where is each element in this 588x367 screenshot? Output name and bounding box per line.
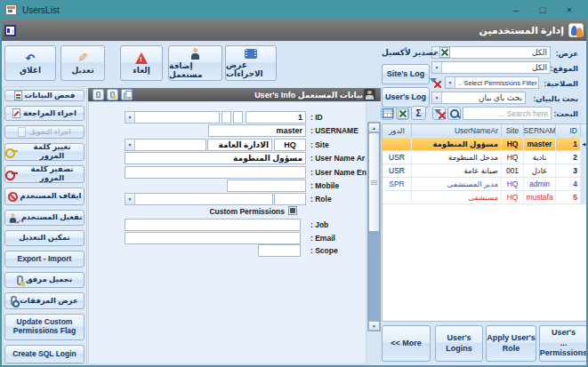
- export-grid-excel-button[interactable]: [396, 107, 409, 120]
- site-label: : Site: [310, 140, 329, 149]
- pencil-icon: ✎: [77, 52, 88, 64]
- clear-permission-filter-icon[interactable]: [429, 77, 440, 88]
- clear-search-filter-button[interactable]: [432, 107, 446, 120]
- role-code-field[interactable]: [274, 193, 306, 205]
- site-combo[interactable]: ▼: [125, 139, 206, 151]
- sidebar-item-audit[interactable]: اجراء المراجعة: [4, 106, 85, 121]
- id-field[interactable]: 1: [246, 111, 306, 124]
- search-grid-button[interactable]: [447, 107, 461, 120]
- chevron-down-icon[interactable]: ▼: [432, 92, 442, 103]
- chevron-down-icon[interactable]: ▼: [432, 62, 442, 73]
- more-button[interactable]: << More: [382, 325, 431, 362]
- show-procedures-label: عرض الاجراءآت: [226, 60, 276, 78]
- id-aux-field-2[interactable]: [222, 111, 231, 124]
- chevron-down-icon[interactable]: ▼: [125, 112, 135, 123]
- sidebar-item-activate-user[interactable]: ✔ تفعيل المستخدم: [4, 210, 85, 226]
- search-input[interactable]: [463, 107, 552, 120]
- copy-icon[interactable]: [121, 89, 133, 100]
- cell-role: SPR: [383, 178, 412, 190]
- apply-users-role-button[interactable]: Apply User's Role: [486, 325, 536, 362]
- col-site[interactable]: Site: [502, 124, 524, 137]
- column-chooser-button[interactable]: [381, 107, 394, 120]
- titlebar[interactable]: UsersList – □ ×: [0, 0, 588, 20]
- sidebar-item-export-import[interactable]: Export - Import: [4, 251, 85, 267]
- cell-id: 3: [556, 164, 581, 177]
- app-window: UsersList – □ × إدارة المستخدمين ↶ اغلاق…: [0, 0, 588, 367]
- id-aux-field-1[interactable]: [233, 111, 243, 124]
- table-row[interactable]: SPR مدير المستشفى HQ admin 4: [383, 178, 587, 191]
- sigma-button[interactable]: Σ: [411, 106, 426, 120]
- table-row[interactable]: مسؤول المنظومة HQ master 1 ◀: [383, 138, 587, 151]
- users-table: الدور UserNameAr Site USERNAME ID مسؤول …: [382, 124, 588, 322]
- excel-icon: [439, 47, 450, 58]
- show-procedures-button[interactable]: عرض الاجراءآت: [225, 45, 277, 81]
- cell-username: mustafa: [524, 191, 556, 203]
- user-info-title: بيانات المستعمل User's Info: [254, 91, 363, 100]
- sidebar-item-view-attachments[interactable]: عرض المرفقات: [4, 292, 85, 309]
- scrollbar-thumb[interactable]: [368, 132, 380, 232]
- app-icon: [5, 4, 17, 15]
- cell-role: [383, 191, 412, 203]
- mobile-field[interactable]: [227, 180, 306, 192]
- email-field[interactable]: [125, 232, 301, 244]
- sidebar-item-label: تغيير كلمة المرور: [20, 143, 84, 161]
- name-en-field[interactable]: [125, 166, 306, 179]
- role-combo[interactable]: ▼: [125, 193, 273, 205]
- col-username-ar[interactable]: UserNameAr: [412, 124, 502, 137]
- site-filter-combo[interactable]: ▼ الكل: [431, 61, 551, 74]
- vertical-scrollbar[interactable]: ▲ ▼: [367, 122, 381, 331]
- chevron-down-icon[interactable]: ▼: [125, 194, 135, 204]
- table-row[interactable]: USR صيانة عامة 001 عادل 3: [383, 164, 587, 178]
- permission-filter-combo[interactable]: ▼ .. Select Permissions Filter: [445, 76, 539, 89]
- username-field[interactable]: master: [208, 124, 306, 137]
- sidebar-item-reset-password[interactable]: تصفير كلمة المرور: [4, 165, 85, 183]
- table-row[interactable]: مستشفى HQ mustafa 5: [383, 191, 587, 204]
- site-code-field[interactable]: HQ: [274, 139, 306, 151]
- custom-permissions-checkbox[interactable]: [288, 206, 297, 215]
- job-field[interactable]: [125, 219, 301, 231]
- users-icon: [568, 23, 584, 37]
- sidebar-item-check-data[interactable]: فحص البيانات: [4, 90, 85, 101]
- add-user-button[interactable]: إضافة مستعمل: [168, 45, 222, 81]
- id-combo[interactable]: ▼: [125, 111, 220, 124]
- table-row[interactable]: USR مدخل المنظومة HQ نادية 2: [383, 151, 587, 164]
- chevron-down-icon[interactable]: ▼: [125, 140, 135, 150]
- sidebar-item-enable-edit[interactable]: تمكين التعديل: [4, 230, 85, 246]
- users-log-button[interactable]: User's Log: [382, 87, 430, 108]
- sidebar-item-update-permissions-flag[interactable]: Update Custom Permissions Flag: [4, 314, 85, 340]
- sidebar-item-upload-attachment[interactable]: تحميل مرفق: [4, 272, 85, 288]
- col-id[interactable]: ID: [556, 124, 581, 137]
- cancel-button[interactable]: إلغاء: [120, 45, 163, 81]
- edit-button[interactable]: ✎ تعديل: [60, 45, 105, 81]
- col-username[interactable]: USERNAME: [524, 124, 556, 137]
- key-red-icon: [5, 171, 18, 178]
- sidebar-item-change-password[interactable]: تغيير كلمة المرور: [4, 143, 85, 161]
- close-icon[interactable]: ×: [556, 0, 583, 20]
- chevron-down-icon[interactable]: ▼: [446, 77, 455, 88]
- scroll-down-icon[interactable]: ▼: [368, 321, 380, 331]
- scroll-up-icon[interactable]: ▲: [368, 123, 380, 132]
- export-excel-button[interactable]: تصدير لأكسيل: [382, 47, 450, 58]
- users-logins-button[interactable]: User's Logins: [435, 325, 483, 362]
- scope-field[interactable]: [258, 244, 301, 257]
- sidebar: فحص البيانات اجراء المراجعة اجراء التخوي…: [4, 90, 85, 363]
- sidebar-item-suspend-user[interactable]: ايقاف المستخدم: [4, 187, 85, 205]
- attach-add-icon[interactable]: [107, 89, 118, 100]
- cell-username: عادل: [524, 164, 556, 177]
- cell-role: [383, 138, 412, 150]
- minimize-button[interactable]: –: [503, 0, 529, 20]
- sites-log-button[interactable]: Site's Log: [382, 64, 430, 84]
- users-permissions-button[interactable]: User's ... Permissions: [539, 325, 588, 362]
- search-by-combo[interactable]: ▼ بحث بأي بيان: [431, 92, 526, 104]
- name-ar-field[interactable]: مسؤول المنظومة: [125, 152, 306, 164]
- sidebar-item-create-sql-login[interactable]: Create SQL Login: [4, 345, 85, 363]
- maximize-button[interactable]: □: [529, 0, 556, 20]
- site-name-field[interactable]: الادارة العامة: [207, 139, 272, 151]
- col-role[interactable]: الدور: [383, 124, 412, 137]
- cell-username: نادية: [524, 151, 556, 164]
- sidebar-item-label: ايقاف المستخدم: [20, 192, 82, 201]
- search-icon: [449, 108, 460, 119]
- close-form-button[interactable]: ↶ اغلاق: [4, 45, 56, 81]
- paperclip-icon[interactable]: [93, 89, 104, 100]
- table-header-row[interactable]: الدور UserNameAr Site USERNAME ID: [383, 124, 587, 138]
